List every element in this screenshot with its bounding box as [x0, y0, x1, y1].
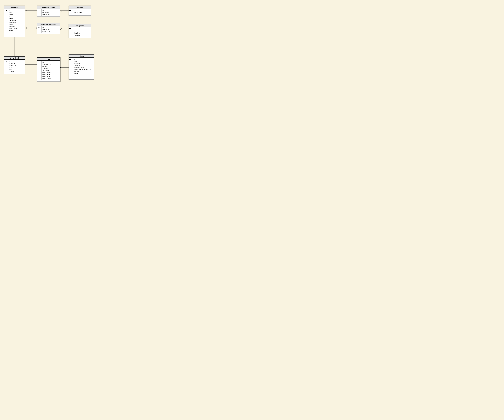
field: price — [9, 66, 24, 68]
field: shipping — [42, 67, 60, 69]
field-list: id order_id product_id price sku quantit… — [8, 59, 25, 73]
entity-products-categories: Products_categories PK id product_id cat… — [37, 23, 60, 34]
field: id — [74, 28, 90, 30]
field: order_date — [42, 76, 60, 77]
field: Customer_id — [42, 63, 60, 65]
entity-orders: Orders PK id Customer_id amount shipping… — [37, 57, 60, 82]
field: sku — [9, 68, 24, 70]
field: create_date — [9, 28, 24, 30]
entity-title: Customers — [69, 54, 94, 58]
field: option_name — [74, 11, 90, 13]
er-diagram-canvas: Products PK id sku name price weight des… — [0, 0, 121, 101]
entity-products: Products PK id sku name price weight des… — [4, 6, 25, 37]
entity-title: Products_options — [37, 6, 60, 9]
field-list: id product_id category_id — [42, 26, 60, 33]
field: quantity — [9, 70, 24, 72]
field-list: id Customer_id amount shipping _address … — [42, 60, 60, 80]
field-list: id option_name — [73, 9, 91, 14]
entity-options: options PK id option_name — [69, 6, 91, 16]
entity-products-options: Products_options PK id option_id product… — [37, 6, 60, 17]
pk-label: PK — [69, 58, 73, 75]
field: id — [9, 9, 24, 11]
field: sku — [9, 11, 24, 13]
field: category_id — [42, 30, 59, 33]
pk-label: PK — [4, 59, 8, 73]
field: _address — [42, 69, 60, 71]
field: category — [9, 26, 24, 28]
field: order_address — [42, 71, 60, 73]
field: order_id — [9, 62, 24, 64]
field: name — [74, 30, 90, 32]
field-list: id name description thumbnail — [73, 27, 91, 37]
field: full_name — [74, 64, 94, 66]
field: id — [42, 9, 59, 11]
field: name — [9, 13, 24, 15]
field: order_status — [42, 77, 60, 79]
entity-title: Order_details — [4, 57, 25, 59]
field: description — [9, 19, 24, 21]
field: country — [74, 71, 94, 72]
field: billing_address — [74, 66, 94, 68]
field-list: id email password full_name billing_addr… — [73, 58, 94, 75]
field: id — [74, 58, 94, 60]
entity-title: options — [69, 6, 91, 9]
field: option_id — [42, 11, 59, 13]
pk-label: PK — [37, 9, 42, 16]
field: password — [74, 62, 94, 64]
field: id — [74, 9, 90, 11]
field: price — [9, 15, 24, 18]
pk-label: PK — [69, 27, 73, 37]
entity-customers: Customers PK id email password full_name… — [69, 54, 94, 80]
pk-label: PK — [4, 9, 8, 33]
entity-title: Products — [4, 6, 25, 9]
field: image — [9, 24, 24, 26]
pk-label: PK — [69, 9, 73, 14]
field-list: id option_id product_id — [42, 9, 60, 16]
field: email — [74, 60, 94, 62]
field: amount — [42, 65, 60, 67]
entity-title: Categories — [69, 24, 91, 27]
field: order_email — [42, 73, 60, 76]
field: id — [9, 60, 24, 62]
field: thumbnail — [74, 34, 90, 36]
entity-title: Orders — [37, 58, 60, 60]
field: default_shipping_address — [74, 68, 94, 70]
field: stock — [9, 30, 24, 32]
field: thumbnail — [9, 22, 24, 24]
field: product_id — [42, 28, 59, 30]
field: phone — [74, 72, 94, 74]
pk-label: PK — [37, 26, 42, 33]
entity-order-details: Order_details PK id order_id product_id … — [4, 56, 25, 74]
field: id — [42, 26, 59, 28]
entity-title: Products_categories — [37, 23, 60, 26]
field-list: id sku name price weight description thu… — [8, 9, 25, 33]
field: product_id — [9, 64, 24, 66]
pk-label: PK — [37, 60, 42, 80]
field: id — [42, 61, 60, 63]
field: description — [74, 32, 90, 34]
field: product_id — [42, 13, 59, 15]
entity-categories: Categories PK id name description thumbn… — [69, 24, 91, 38]
field: weight — [9, 18, 24, 19]
